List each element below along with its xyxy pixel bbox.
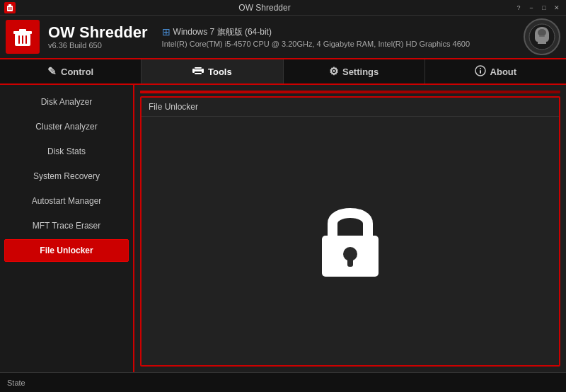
- content-panel: File Unlocker: [134, 85, 566, 372]
- svg-rect-16: [195, 73, 202, 74]
- window-title: OW Shredder: [16, 3, 514, 13]
- sidebar: Disk Analyzer Cluster Analyzer Disk Stat…: [0, 85, 134, 372]
- status-label: State: [7, 379, 25, 387]
- windows-icon: ⊞: [162, 26, 171, 38]
- sidebar-item-mft-trace-eraser[interactable]: MFT Trace Eraser: [4, 214, 129, 237]
- svg-point-20: [480, 68, 481, 69]
- hardware-info: Intel(R) Core(TM) i5-4570 CPU @ 3.20GHz,…: [162, 40, 470, 48]
- lock-icon-container: [315, 199, 386, 284]
- status-bar: State: [0, 372, 566, 392]
- sidebar-item-disk-analyzer[interactable]: Disk Analyzer: [4, 91, 129, 113]
- window-controls: ? − □ ✕: [514, 3, 562, 13]
- svg-point-12: [538, 29, 546, 36]
- svg-rect-10: [25, 35, 27, 44]
- navigation-bar: ✎ Control Tools ⚙ Settings About: [0, 59, 566, 85]
- help-button[interactable]: ?: [514, 3, 524, 13]
- tab-settings[interactable]: ⚙ Settings: [284, 59, 425, 83]
- svg-rect-15: [195, 67, 202, 69]
- sidebar-item-cluster-analyzer[interactable]: Cluster Analyzer: [4, 115, 129, 138]
- svg-rect-18: [202, 69, 204, 73]
- os-info: ⊞ Windows 7 旗舰版 (64-bit): [162, 26, 470, 38]
- panel-title: File Unlocker: [142, 98, 559, 117]
- tab-about[interactable]: About: [425, 59, 566, 83]
- minimize-button[interactable]: −: [526, 3, 536, 13]
- svg-rect-17: [192, 69, 195, 73]
- svg-rect-1: [8, 4, 11, 6]
- svg-rect-21: [480, 70, 481, 74]
- system-info: ⊞ Windows 7 旗舰版 (64-bit) Intel(R) Core(T…: [162, 26, 470, 48]
- app-header: OW Shredder v6.36 Build 650 ⊞ Windows 7 …: [0, 16, 566, 59]
- brand-logo: [524, 18, 560, 55]
- sidebar-item-disk-stats[interactable]: Disk Stats: [4, 140, 129, 163]
- svg-rect-8: [18, 35, 20, 44]
- app-name: OW Shredder: [48, 24, 148, 41]
- app-logo: [6, 20, 40, 54]
- title-bar: OW Shredder ? − □ ✕: [0, 0, 566, 16]
- tab-control[interactable]: ✎ Control: [0, 59, 142, 83]
- top-accent-bar: [140, 91, 560, 93]
- svg-rect-24: [347, 257, 353, 267]
- maximize-button[interactable]: □: [539, 3, 549, 13]
- svg-rect-9: [22, 35, 23, 44]
- about-icon: [475, 65, 486, 79]
- tab-tools[interactable]: Tools: [142, 59, 283, 83]
- app-title-block: OW Shredder v6.36 Build 650: [48, 24, 148, 50]
- content-box: File Unlocker: [140, 96, 560, 367]
- svg-rect-14: [193, 69, 203, 71]
- main-content: Disk Analyzer Cluster Analyzer Disk Stat…: [0, 85, 566, 372]
- lock-icon: [315, 199, 386, 284]
- sidebar-item-system-recovery[interactable]: System Recovery: [4, 165, 129, 188]
- close-button[interactable]: ✕: [552, 3, 562, 13]
- sidebar-item-file-unlocker[interactable]: File Unlocker: [4, 239, 129, 262]
- sidebar-item-autostart-manager[interactable]: Autostart Manager: [4, 190, 129, 212]
- app-version: v6.36 Build 650: [48, 41, 148, 50]
- app-icon: [4, 2, 16, 13]
- svg-rect-7: [19, 29, 26, 32]
- svg-rect-13: [539, 35, 545, 37]
- tools-icon: [192, 65, 204, 79]
- settings-icon: ⚙: [329, 65, 338, 78]
- control-icon: ✎: [47, 65, 57, 78]
- panel-body: [142, 117, 559, 365]
